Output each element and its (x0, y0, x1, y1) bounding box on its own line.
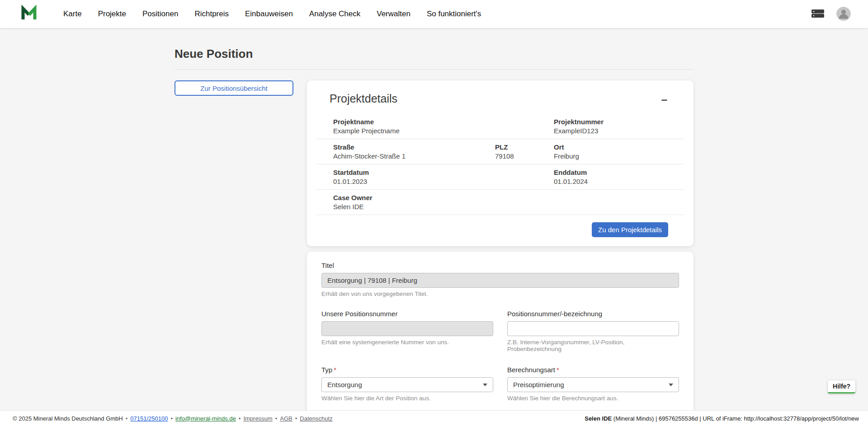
berechnungsart-label: Berechnungsart* (507, 366, 679, 374)
typ-group: Typ* Entsorgung Wählen Sie hier die Art … (321, 366, 493, 402)
server-icon (811, 8, 825, 20)
collapse-card-button[interactable]: – (658, 92, 671, 107)
berechnungsart-group: Berechnungsart* Preisoptimierung Wählen … (507, 366, 679, 402)
startdatum-value: 01.01.2023 (333, 178, 478, 185)
enddatum-label: Enddatum (554, 169, 684, 176)
topbar-right (811, 7, 851, 21)
datenschutz-link[interactable]: Datenschutz (300, 415, 332, 422)
brand-logo[interactable] (20, 5, 38, 23)
projektname-label: Projektname (333, 118, 478, 126)
project-card-title: Projektdetails (330, 92, 397, 105)
separator: • (239, 415, 241, 422)
project-details-button[interactable]: Zu den Projektdetails (592, 222, 668, 237)
nav-item-karte[interactable]: Karte (63, 9, 82, 19)
main-content: Neue Position Zur Positionsübersicht Pro… (0, 28, 868, 410)
main-nav: Karte Projekte Positionen Richtpreis Ein… (63, 9, 481, 19)
help-button[interactable]: Hilfe? (828, 380, 855, 393)
projektnummer-value: ExampleID123 (554, 127, 684, 135)
strasse-value: Achim-Stocker-Straße 1 (333, 152, 478, 160)
unsere-positionsnummer-group: Unsere Positionsnummer Erhält eine syste… (321, 310, 493, 352)
table-row: Case Owner Selen IDE (316, 190, 684, 215)
top-nav: Karte Projekte Positionen Richtpreis Ein… (0, 0, 868, 28)
typ-label: Typ* (321, 366, 493, 374)
table-row: Projektname Example Projectname Projektn… (316, 114, 684, 139)
required-marker: * (334, 366, 336, 374)
nav-item-verwalten[interactable]: Verwalten (377, 9, 410, 19)
table-row: Straße Achim-Stocker-Straße 1 PLZ 79108 … (316, 139, 684, 164)
typ-select[interactable]: Entsorgung (321, 377, 493, 392)
viewport: Karte Projekte Positionen Richtpreis Ein… (0, 0, 868, 426)
chevron-down-icon (669, 384, 673, 386)
mineral-minds-logo-icon (20, 4, 38, 24)
titel-group: Titel Erhält den von uns vorgegebenen Ti… (321, 262, 679, 297)
page-title: Neue Position (175, 47, 693, 61)
ort-value: Freiburg (554, 152, 684, 160)
strasse-label: Straße (333, 143, 478, 151)
project-details-table: Projektname Example Projectname Projektn… (316, 114, 684, 215)
impressum-link[interactable]: Impressum (243, 415, 272, 422)
enddatum-value: 01.01.2024 (554, 178, 684, 185)
title-divider (175, 69, 693, 70)
left-column: Zur Positionsübersicht (175, 80, 293, 96)
session-details: (Mineral Minds) | 69576255536d | URL of … (612, 415, 859, 422)
separator: • (126, 415, 128, 422)
session-user: Selen IDE (585, 415, 612, 422)
email-link[interactable]: info@mineral-minds.de (175, 415, 236, 422)
phone-link[interactable]: 07151/250100 (130, 415, 168, 422)
server-menu-button[interactable] (811, 8, 825, 20)
nav-item-so-funktionierts[interactable]: So funktioniert's (427, 9, 481, 19)
berechnungsart-help-text: Wählen Sie hier die Berechnungsart aus. (507, 395, 679, 402)
plz-value: 79108 (495, 152, 537, 160)
user-avatar[interactable] (836, 7, 851, 21)
case-owner-value: Selen IDE (333, 203, 478, 211)
required-marker: * (557, 366, 559, 374)
berechnungsart-select-value: Preisoptimierung (513, 381, 564, 389)
typ-help-text: Wählen Sie hier die Art der Position aus… (321, 395, 493, 402)
separator: • (275, 415, 278, 422)
case-owner-label: Case Owner (333, 194, 478, 201)
ort-label: Ort (554, 143, 684, 151)
right-column: Projektdetails – Projektname Example Pro… (307, 80, 693, 410)
typ-select-value: Entsorgung (327, 381, 362, 389)
projektname-value: Example Projectname (333, 127, 478, 135)
session-info: Selen IDE (Mineral Minds) | 69576255536d… (585, 415, 859, 422)
agb-link[interactable]: AGB (280, 415, 292, 422)
titel-input (321, 273, 679, 288)
nav-item-projekte[interactable]: Projekte (98, 9, 126, 19)
positionsnummer-help-text: Z.B. Interne-Vorgangsnummer, LV-Position… (507, 339, 679, 352)
copyright-text: © 2025 Mineral Minds Deutschland GmbH (13, 415, 123, 422)
back-to-positions-button[interactable]: Zur Positionsübersicht (175, 80, 293, 96)
plz-label: PLZ (495, 143, 537, 151)
chevron-down-icon (483, 384, 487, 386)
nav-item-positionen[interactable]: Positionen (142, 9, 178, 19)
titel-help-text: Erhält den von uns vorgegebenen Titel. (321, 290, 679, 297)
unsere-positionsnummer-input (321, 321, 493, 336)
table-row: Startdatum 01.01.2023 Enddatum 01.01.202… (316, 164, 684, 190)
positionsnummer-input[interactable] (507, 321, 679, 336)
unsere-positionsnummer-label: Unsere Positionsnummer (321, 310, 493, 318)
positionsnummer-group: Positionsnummer/-bezeichnung Z.B. Intern… (507, 310, 679, 352)
titel-label: Titel (321, 262, 679, 269)
unsere-positionsnummer-help-text: Erhält eine systemgenerierte Nummer von … (321, 339, 493, 346)
project-details-card: Projektdetails – Projektname Example Pro… (307, 80, 693, 246)
positionsnummer-label: Positionsnummer/-bezeichnung (507, 310, 679, 318)
nav-item-analyse-check[interactable]: Analyse Check (309, 9, 360, 19)
nav-item-einbauweisen[interactable]: Einbauweisen (245, 9, 293, 19)
user-avatar-icon (836, 7, 851, 21)
projektnummer-label: Projektnummer (554, 118, 684, 126)
nav-item-richtpreis[interactable]: Richtpreis (194, 9, 229, 19)
separator: • (295, 415, 297, 422)
startdatum-label: Startdatum (333, 169, 478, 176)
new-position-form-card: Titel Erhält den von uns vorgegebenen Ti… (307, 252, 693, 410)
berechnungsart-select[interactable]: Preisoptimierung (507, 377, 679, 392)
footer: © 2025 Mineral Minds Deutschland GmbH • … (0, 410, 868, 426)
separator: • (170, 415, 173, 422)
